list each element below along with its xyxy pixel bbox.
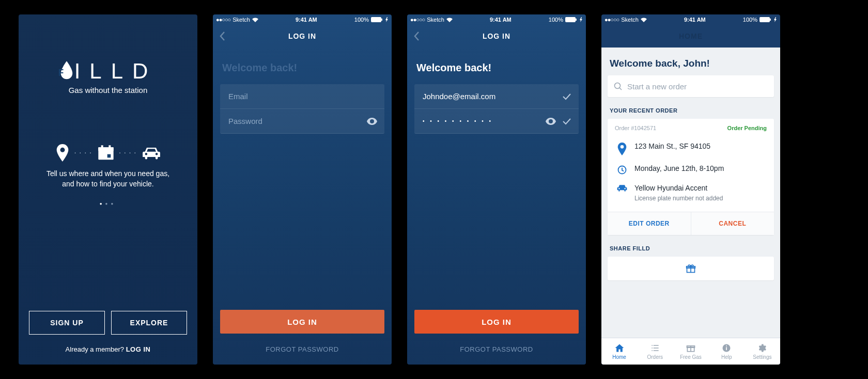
login-button[interactable]: LOG IN <box>414 310 579 334</box>
wifi-icon <box>446 18 453 22</box>
wifi-icon <box>641 18 647 22</box>
email-input[interactable] <box>228 92 376 101</box>
login-empty-screen: ●●○○○Sketch 9:41 AM 100% LOG IN Welcome … <box>213 14 392 365</box>
bolt-icon <box>385 17 389 22</box>
tab-home[interactable]: Home <box>601 338 637 365</box>
check-icon <box>562 118 571 125</box>
tab-help[interactable]: Help <box>709 338 745 365</box>
nav-title: LOG IN <box>483 32 510 40</box>
svg-rect-10 <box>760 17 770 22</box>
gift-icon <box>686 263 696 274</box>
nav-title: LOG IN <box>288 32 316 40</box>
brand-logo: FILLD <box>19 59 197 84</box>
order-car-sub: License plate number not added <box>634 194 723 202</box>
status-time: 9:41 AM <box>258 17 354 23</box>
svg-rect-2 <box>98 147 113 151</box>
edit-order-button[interactable]: EDIT ORDER <box>608 212 691 235</box>
car-icon <box>142 146 161 160</box>
already-member-row: Already a member? LOG IN <box>19 345 197 353</box>
car-icon <box>617 184 627 192</box>
home-icon <box>614 343 625 353</box>
welcome-heading: Welcome back! <box>213 48 392 84</box>
search-icon <box>614 82 622 90</box>
eye-icon[interactable] <box>546 118 556 125</box>
share-section-title: SHARE FILLD <box>610 245 772 251</box>
clock-icon <box>617 165 627 175</box>
brand-block: FILLD Gas without the station <box>19 59 197 94</box>
forgot-password-link[interactable]: FORGOT PASSWORD <box>213 345 392 353</box>
nav-bar: LOG IN <box>407 25 586 48</box>
search-placeholder: Start a new order <box>627 82 687 91</box>
status-time: 9:41 AM <box>453 17 549 23</box>
battery-icon <box>371 17 383 22</box>
password-input[interactable]: • • • • • • • • • • <box>423 118 493 124</box>
status-bar: ●●○○○Sketch 9:41 AM 100% <box>213 14 392 25</box>
tab-bar: Home Orders Free Gas Help Settings <box>601 338 780 365</box>
onboarding-slide: • • • • • • • • Tell us where and when y… <box>19 144 197 206</box>
login-link[interactable]: LOG IN <box>126 345 151 353</box>
svg-rect-6 <box>371 17 381 22</box>
order-status: Order Pending <box>727 125 767 131</box>
tab-freegas[interactable]: Free Gas <box>673 338 708 365</box>
svg-rect-9 <box>576 19 577 21</box>
nav-title: HOME <box>679 32 703 40</box>
cancel-order-button[interactable]: CANCEL <box>691 212 774 235</box>
svg-rect-23 <box>726 345 727 346</box>
status-bar: ●●○○○Sketch 9:41 AM 100% <box>407 14 586 25</box>
drop-icon: F <box>59 61 74 81</box>
password-input[interactable] <box>228 117 376 125</box>
tab-orders[interactable]: Orders <box>637 338 673 365</box>
home-content: Welcome back, John! Start a new order YO… <box>601 48 780 338</box>
signup-button[interactable]: SIGN UP <box>29 311 105 335</box>
share-card[interactable] <box>608 257 774 280</box>
calendar-icon <box>98 145 114 161</box>
onboarding-screen: FILLD Gas without the station • • • • • … <box>19 14 197 365</box>
login-filled-screen: ●●○○○Sketch 9:41 AM 100% LOG IN Welcome … <box>407 14 586 365</box>
battery-icon <box>760 17 772 22</box>
welcome-heading: Welcome back! <box>407 48 586 84</box>
svg-rect-11 <box>770 19 771 21</box>
bolt-icon <box>580 17 583 22</box>
svg-rect-7 <box>381 19 382 21</box>
gift-icon <box>686 343 696 353</box>
onboarding-text: Tell us where and when you need gas, and… <box>37 169 179 189</box>
email-field-wrap <box>414 84 579 109</box>
svg-rect-22 <box>726 347 727 350</box>
nav-bar: HOME <box>601 25 780 48</box>
svg-rect-3 <box>101 145 103 149</box>
status-time: 9:41 AM <box>647 17 743 23</box>
back-icon[interactable] <box>413 31 420 41</box>
recent-order-card: Order #1042571 Order Pending 123 Main St… <box>608 119 774 235</box>
password-field-wrap: • • • • • • • • • • <box>414 109 579 134</box>
page-indicator: ●●● <box>37 201 179 206</box>
wifi-icon <box>252 18 258 22</box>
recent-order-section-title: YOUR RECENT ORDER <box>610 107 772 114</box>
svg-point-12 <box>615 83 621 89</box>
order-car: Yellow Hyundai Accent License plate numb… <box>634 183 723 202</box>
check-icon <box>562 93 571 100</box>
gear-icon <box>757 343 767 353</box>
tab-settings[interactable]: Settings <box>745 338 780 365</box>
svg-rect-4 <box>109 145 111 149</box>
email-field-wrap <box>220 84 384 109</box>
order-time: Monday, June 12th, 8-10pm <box>634 164 724 173</box>
back-icon[interactable] <box>219 31 225 41</box>
explore-button[interactable]: EXPLORE <box>111 311 187 335</box>
list-icon <box>650 343 660 353</box>
welcome-heading: Welcome back, John! <box>610 58 772 69</box>
svg-line-13 <box>619 88 622 90</box>
eye-icon[interactable] <box>367 118 377 125</box>
pin-icon <box>55 144 70 162</box>
pin-icon <box>617 143 627 155</box>
status-bar: ●●○○○Sketch 9:41 AM 100% <box>601 14 780 25</box>
info-icon <box>721 343 732 353</box>
new-order-search[interactable]: Start a new order <box>608 75 774 97</box>
order-number: Order #1042571 <box>615 125 656 131</box>
forgot-password-link[interactable]: FORGOT PASSWORD <box>407 345 586 353</box>
password-field-wrap <box>220 109 384 134</box>
home-screen: ●●○○○Sketch 9:41 AM 100% HOME Welcome ba… <box>601 14 780 365</box>
email-input[interactable] <box>423 92 570 101</box>
bolt-icon <box>774 17 777 22</box>
login-button[interactable]: LOG IN <box>220 310 384 334</box>
svg-text:F: F <box>59 68 74 78</box>
